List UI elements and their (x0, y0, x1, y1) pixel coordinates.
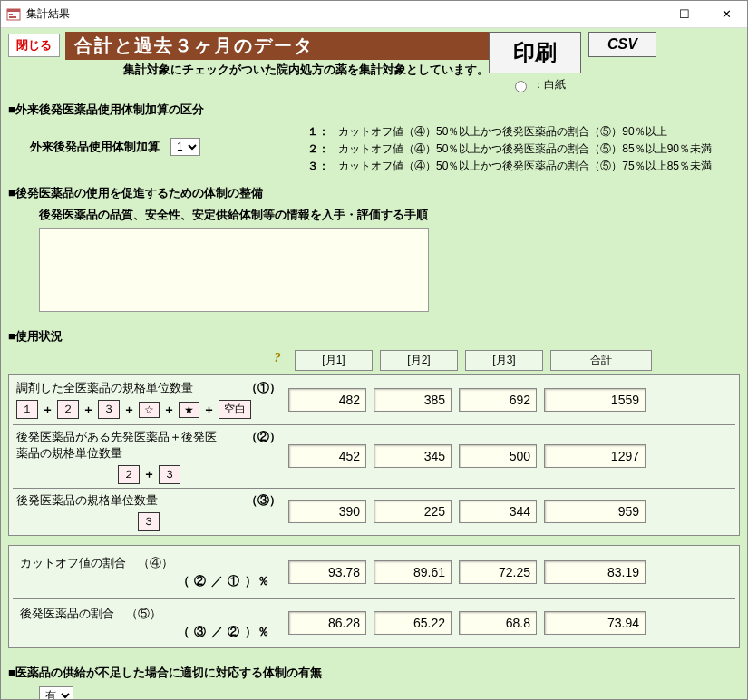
seibi-heading: ■後発医薬品の使用を促進するための体制の整備 (8, 185, 740, 201)
help-icon[interactable]: ? (269, 350, 286, 366)
usage-row-label: 調剤した全医薬品の規格単位数量 (16, 380, 193, 396)
maximize-button[interactable]: ☐ (664, 1, 705, 28)
usage-row-3: 後発医薬品の規格単位数量 （③） ３ 390 225 344 959 (13, 488, 735, 531)
value-cell[interactable]: 344 (459, 500, 537, 523)
ratio-sub: （ ② ／ ① ）％ (20, 573, 277, 589)
app-icon (6, 7, 21, 22)
kubun-row-text: カットオフ値（④）50％以上かつ後発医薬品の割合（⑤）90％以上 (338, 123, 667, 141)
print-button[interactable]: 印刷 (489, 32, 581, 73)
value-cell[interactable]: 385 (374, 388, 452, 412)
ratio-sub: （ ③ ／ ② ）％ (20, 624, 277, 640)
category-box: ★ (179, 402, 199, 418)
page-title: 合計と過去３ヶ月のデータ (65, 32, 489, 60)
category-box: １ (16, 400, 38, 419)
kubun-row-num: ２： (307, 141, 338, 158)
titlebar: 集計結果 — ☐ ✕ (1, 1, 747, 28)
close-window-button[interactable]: ✕ (705, 1, 747, 28)
page-subtitle: 集計対象にチェックがついた院内処方の薬を集計対象としています。 (123, 62, 489, 78)
content-area: 閉じる 合計と過去３ヶ月のデータ 集計対象にチェックがついた院内処方の薬を集計対… (1, 28, 747, 699)
category-box: ☆ (139, 402, 160, 418)
kubun-heading: ■外来後発医薬品使用体制加算の区分 (8, 102, 740, 118)
col-head-total: 合計 (550, 350, 652, 371)
usage-block: 調剤した全医薬品の規格単位数量 （①） １＋ ２＋ ３＋ ☆＋ ★＋ 空白 48… (8, 374, 740, 536)
minimize-button[interactable]: — (622, 1, 664, 28)
category-box: 空白 (219, 400, 251, 419)
value-cell[interactable]: 68.8 (459, 611, 537, 635)
value-cell-total[interactable]: 959 (544, 500, 646, 523)
ratio-label: 後発医薬品の割合 （⑤） (20, 606, 277, 622)
value-cell[interactable]: 500 (459, 444, 537, 468)
usage-row-1: 調剤した全医薬品の規格単位数量 （①） １＋ ２＋ ３＋ ☆＋ ★＋ 空白 48… (13, 379, 735, 421)
usage-heading: ■使用状況 (8, 328, 63, 345)
usage-row-marker: （③） (246, 492, 281, 509)
value-cell[interactable]: 65.22 (374, 611, 452, 635)
kubun-row-num: １： (307, 123, 338, 141)
value-cell[interactable]: 345 (374, 444, 452, 468)
value-cell[interactable]: 482 (288, 388, 366, 412)
seibi-sub: 後発医薬品の品質、安全性、安定供給体制等の情報を入手・評価する手順 (8, 207, 740, 223)
window-title: 集計結果 (26, 6, 622, 22)
kubun-row-text: カットオフ値（④）50％以上かつ後発医薬品の割合（⑤）85％以上90％未満 (338, 141, 712, 158)
value-cell[interactable]: 692 (459, 388, 537, 412)
kubun-row-num: ３： (307, 158, 338, 175)
value-cell[interactable]: 93.78 (288, 560, 366, 584)
col-head-m3: [月3] (465, 350, 543, 371)
col-head-m2: [月2] (380, 350, 458, 371)
value-cell[interactable]: 89.61 (374, 560, 452, 584)
usage-row-2: 後発医薬品がある先発医薬品＋後発医薬品の規格単位数量 （②） ２＋ ３ 452 … (13, 424, 735, 484)
supply-select[interactable]: 有 (39, 686, 73, 699)
kubun-select[interactable]: 1 (170, 138, 200, 156)
app-window: 集計結果 — ☐ ✕ 閉じる 合計と過去３ヶ月のデータ 集計対象にチェックがつい… (0, 0, 748, 700)
ratio-label: カットオフ値の割合 （④） (20, 555, 277, 571)
usage-row-marker: （②） (246, 429, 281, 462)
kubun-left-label: 外来後発品使用体制加算 (30, 139, 160, 155)
category-box: ３ (159, 465, 180, 484)
col-head-m1: [月1] (295, 350, 373, 371)
svg-rect-1 (7, 9, 20, 12)
blank-radio[interactable] (515, 81, 527, 92)
value-cell-total[interactable]: 1297 (544, 444, 646, 468)
supply-heading: ■医薬品の供給が不足した場合に適切に対応する体制の有無 (8, 665, 740, 681)
value-cell[interactable]: 72.25 (459, 560, 537, 584)
value-cell[interactable]: 390 (288, 500, 366, 523)
value-cell-total[interactable]: 73.94 (544, 611, 646, 635)
ratio-row-1: カットオフ値の割合 （④） （ ② ／ ① ）％ 93.78 89.61 72.… (13, 549, 735, 595)
csv-button[interactable]: CSV (588, 32, 656, 57)
svg-rect-3 (9, 16, 16, 18)
value-cell-total[interactable]: 1559 (544, 388, 646, 412)
value-cell[interactable]: 86.28 (288, 611, 366, 635)
procedure-textarea[interactable] (39, 228, 429, 312)
value-cell-total[interactable]: 83.19 (544, 560, 646, 584)
svg-rect-2 (9, 14, 13, 15)
ratio-block: カットオフ値の割合 （④） （ ② ／ ① ）％ 93.78 89.61 72.… (8, 545, 740, 648)
kubun-row-text: カットオフ値（④）50％以上かつ後発医薬品の割合（⑤）75％以上85％未満 (338, 158, 712, 175)
ratio-row-2: 後発医薬品の割合 （⑤） （ ③ ／ ② ）％ 86.28 65.22 68.8… (13, 598, 735, 644)
category-box: ２ (57, 400, 79, 419)
close-button[interactable]: 閉じる (8, 34, 60, 57)
category-box: ３ (138, 512, 160, 531)
blank-radio-label: ：白紙 (533, 77, 566, 92)
category-box: ２ (118, 465, 140, 484)
value-cell[interactable]: 225 (374, 500, 452, 523)
usage-row-marker: （①） (246, 380, 281, 396)
value-cell[interactable]: 452 (288, 444, 366, 468)
usage-row-label: 後発医薬品がある先発医薬品＋後発医薬品の規格単位数量 (16, 429, 225, 462)
category-box: ３ (98, 400, 120, 419)
usage-row-label: 後発医薬品の規格単位数量 (16, 492, 158, 509)
